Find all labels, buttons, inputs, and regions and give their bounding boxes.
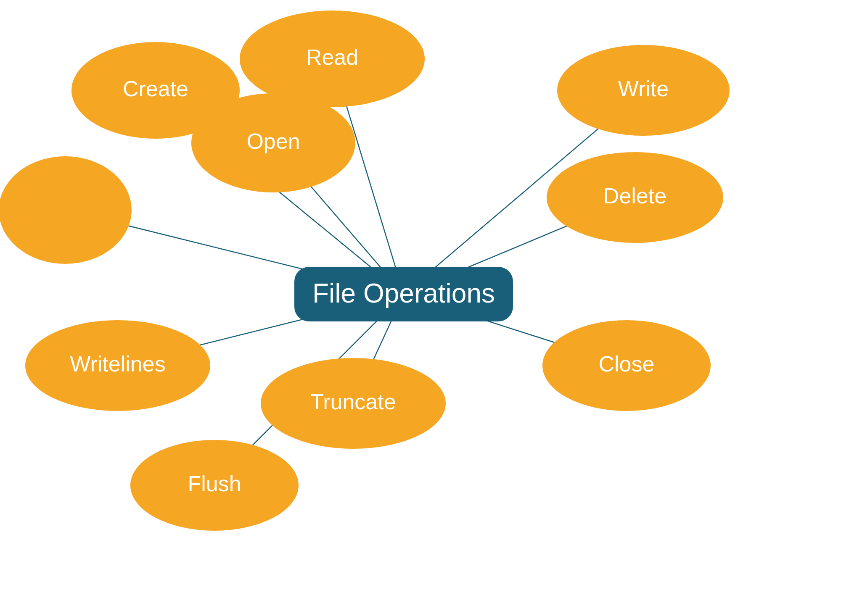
label-read: Read — [306, 45, 358, 69]
node-change[interactable] — [0, 156, 132, 264]
label-close: Close — [599, 352, 655, 376]
mind-map-diagram: File Operations Create Read Write Open C… — [0, 0, 841, 616]
label-delete: Delete — [603, 184, 666, 208]
label-write: Write — [618, 76, 669, 101]
center-label: File Operations — [312, 278, 495, 308]
label-writelines: Writelines — [70, 352, 165, 376]
label-flush: Flush — [188, 471, 241, 496]
label-create: Create — [123, 76, 188, 101]
label-change: Change across permission — [26, 0, 104, 24]
label-open: Open — [246, 129, 300, 153]
label-truncate: Truncate — [310, 390, 396, 414]
